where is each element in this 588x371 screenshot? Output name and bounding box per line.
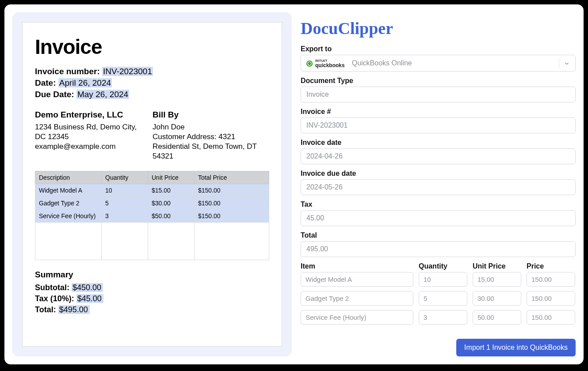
tax-input[interactable]: [301, 210, 576, 226]
unit-price-header: Unit Price: [473, 262, 521, 270]
invoice-due-date-field-label: Invoice due date: [301, 170, 576, 178]
summary-title: Summary: [35, 270, 269, 280]
price-input[interactable]: [527, 272, 575, 287]
app-logo: DocuClipper: [301, 19, 576, 38]
table-row: Gadget Type 2 5 $30.00 $150.00: [35, 197, 269, 210]
invoice-date-value: April 26, 2024: [58, 78, 112, 87]
chevron-down-icon: [564, 61, 570, 68]
document-type-label: Document Type: [301, 77, 576, 85]
invoice-date-label: Date:: [35, 78, 56, 87]
tax-value: $45.00: [76, 294, 103, 303]
select-separator: [559, 59, 559, 68]
export-to-select[interactable]: INTUIT quickbooks QuickBooks Online: [301, 55, 576, 72]
quickbooks-icon: [306, 61, 313, 67]
seller-name: Demo Enterprise, LLC: [35, 110, 140, 120]
table-row-empty: [35, 223, 269, 260]
cell-desc: Widget Model A: [35, 184, 102, 197]
app-frame: Invoice Invoice number: INV-2023001 Date…: [4, 4, 584, 364]
invoice-due-label: Due Date:: [35, 90, 74, 99]
import-button[interactable]: Import 1 Invoice into QuickBooks: [456, 339, 576, 356]
price-header: Price: [527, 262, 575, 270]
unit-input[interactable]: [473, 310, 521, 325]
total-label: Total:: [35, 305, 56, 314]
unit-input[interactable]: [473, 272, 521, 287]
item-input[interactable]: [301, 291, 413, 306]
line-item-row: [301, 291, 576, 306]
export-to-label: Export to: [301, 45, 576, 53]
billby-name: John Doe: [153, 122, 263, 132]
tax-field-label: Tax: [301, 201, 576, 208]
item-input[interactable]: [301, 310, 413, 325]
total-value: $495.00: [58, 305, 90, 314]
quickbooks-brand-text: INTUIT quickbooks: [315, 59, 345, 68]
line-item-row: [301, 272, 576, 287]
cell-total: $150.00: [195, 210, 269, 223]
subtotal-value: $450.00: [72, 283, 103, 292]
col-description: Description: [35, 171, 102, 184]
invoice-number-value: INV-2023001: [102, 67, 153, 76]
tax-label: Tax (10%):: [35, 294, 74, 303]
invoice-title: Invoice: [35, 35, 269, 59]
item-header: Item: [301, 262, 413, 270]
seller-block: Demo Enterprise, LLC 1234 Business Rd, D…: [35, 110, 140, 161]
seller-address: 1234 Business Rd, Demo City, DC 12345: [35, 122, 140, 142]
col-unit-price: Unit Price: [148, 171, 195, 184]
invoice-meta: Invoice number: INV-2023001 Date: April …: [35, 67, 269, 99]
cell-unit: $15.00: [148, 184, 195, 197]
svg-point-0: [308, 62, 311, 65]
cell-qty: 3: [102, 210, 148, 223]
qty-input[interactable]: [419, 310, 467, 325]
line-items-table: Description Quantity Unit Price Total Pr…: [35, 171, 269, 260]
document-type-input[interactable]: [301, 87, 576, 102]
col-total-price: Total Price: [195, 171, 269, 184]
export-to-value: QuickBooks Online: [352, 59, 412, 67]
action-bar: Import 1 Invoice into QuickBooks: [301, 328, 576, 356]
cell-qty: 5: [102, 197, 148, 210]
subtotal-label: Subtotal:: [35, 283, 69, 292]
price-input[interactable]: [527, 291, 575, 306]
cell-unit: $30.00: [148, 197, 195, 210]
cell-qty: 10: [102, 184, 148, 197]
table-row: Widget Model A 10 $15.00 $150.00: [35, 184, 269, 197]
billby-address: Customer Address: 4321 Residential St, D…: [153, 132, 263, 161]
line-item-headers: Item Quantity Unit Price Price: [301, 257, 576, 272]
invoice-date-field-label: Invoice date: [301, 139, 576, 147]
invoice-number-field-label: Invoice #: [301, 108, 576, 116]
qty-input[interactable]: [419, 291, 467, 306]
invoice-number-label: Invoice number:: [35, 67, 100, 76]
summary-block: Summary Subtotal: $450.00 Tax (10%): $45…: [35, 270, 269, 314]
cell-total: $150.00: [195, 184, 269, 197]
table-row: Service Fee (Hourly) 3 $50.00 $150.00: [35, 210, 269, 223]
total-input[interactable]: [301, 241, 576, 257]
cell-desc: Gadget Type 2: [35, 197, 102, 210]
col-quantity: Quantity: [102, 171, 148, 184]
price-input[interactable]: [527, 310, 575, 325]
extraction-panel: DocuClipper Export to INTUIT quickbooks …: [301, 12, 576, 356]
billby-block: Bill By John Doe Customer Address: 4321 …: [153, 110, 263, 161]
item-input[interactable]: [301, 272, 413, 287]
cell-unit: $50.00: [148, 210, 195, 223]
billby-title: Bill By: [153, 110, 263, 120]
total-field-label: Total: [301, 231, 576, 239]
seller-email: example@example.com: [35, 142, 140, 151]
invoice-document: Invoice Invoice number: INV-2023001 Date…: [22, 22, 282, 347]
line-item-row: [301, 310, 576, 325]
document-preview-pane: Invoice Invoice number: INV-2023001 Date…: [12, 12, 292, 356]
invoice-date-input[interactable]: [301, 148, 576, 164]
cell-total: $150.00: [195, 197, 269, 210]
qty-input[interactable]: [419, 272, 467, 287]
invoice-due-date-input[interactable]: [301, 179, 576, 195]
quantity-header: Quantity: [419, 262, 467, 270]
unit-input[interactable]: [473, 291, 521, 306]
invoice-number-input[interactable]: [301, 117, 576, 133]
invoice-due-value: May 26, 2024: [76, 90, 129, 99]
cell-desc: Service Fee (Hourly): [35, 210, 102, 223]
